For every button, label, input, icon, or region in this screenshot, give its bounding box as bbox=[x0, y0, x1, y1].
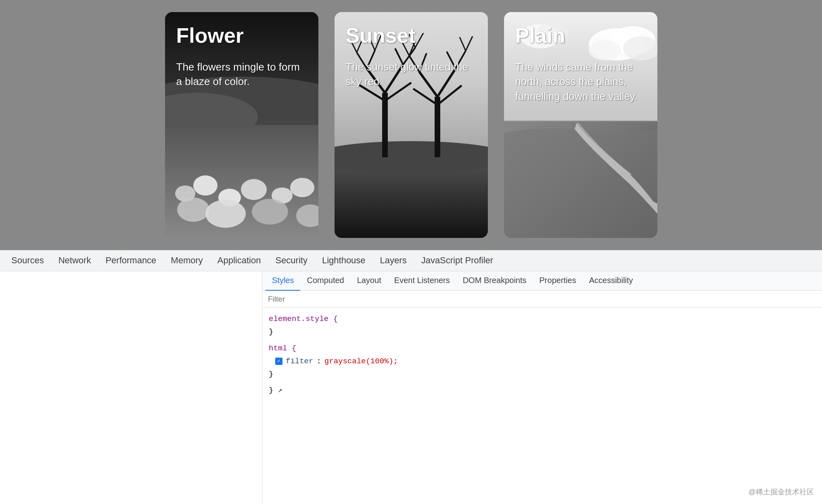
sunset-card-text: Sunset The sunset glow tinted the sky re… bbox=[335, 12, 488, 100]
devtools-sub-tabs: Styles Computed Layout Event Listeners D… bbox=[262, 271, 822, 291]
css-element-style-selector: element.style { bbox=[269, 312, 816, 325]
devtools-dom-panel bbox=[0, 271, 262, 504]
plain-card: Plain The winds came from the north, acr… bbox=[504, 12, 657, 238]
svg-point-5 bbox=[193, 175, 218, 196]
css-selector-text: element.style { bbox=[269, 314, 338, 323]
css-rules: element.style { } html { filter : bbox=[262, 308, 822, 402]
svg-rect-17 bbox=[382, 93, 388, 157]
css-cursor-line: } ↗ bbox=[269, 384, 816, 397]
watermark: @稀土掘金技术社区 bbox=[749, 487, 814, 497]
svg-point-16 bbox=[335, 141, 488, 173]
filter-bar bbox=[262, 291, 822, 308]
svg-point-7 bbox=[241, 179, 267, 200]
tab-performance[interactable]: Performance bbox=[98, 250, 163, 271]
flower-card: Flower The flowers mingle to form a blaz… bbox=[165, 12, 318, 238]
css-prop-value: grayscale(100%); bbox=[324, 355, 398, 368]
svg-point-11 bbox=[205, 200, 246, 228]
tab-layers[interactable]: Layers bbox=[373, 250, 414, 271]
sunset-title: Sunset bbox=[346, 23, 477, 48]
cursor-indicator: ↗ bbox=[278, 386, 282, 394]
tab-lighthouse[interactable]: Lighthouse bbox=[315, 250, 373, 271]
tab-js-profiler[interactable]: JavaScript Profiler bbox=[414, 250, 501, 271]
plain-desc: The winds came from the north, across th… bbox=[515, 60, 646, 104]
subtab-computed[interactable]: Computed bbox=[300, 271, 350, 291]
flower-card-text: Flower The flowers mingle to form a blaz… bbox=[165, 12, 318, 100]
devtools-body: Styles Computed Layout Event Listeners D… bbox=[0, 271, 822, 504]
plain-card-text: Plain The winds came from the north, acr… bbox=[504, 12, 657, 115]
css-element-style-block: element.style { } bbox=[269, 312, 816, 339]
css-html-close: } bbox=[269, 368, 816, 381]
subtab-event-listeners[interactable]: Event Listeners bbox=[388, 271, 456, 291]
css-html-selector: html { bbox=[269, 342, 816, 355]
sunset-card: Sunset The sunset glow tinted the sky re… bbox=[335, 12, 488, 238]
tab-memory[interactable]: Memory bbox=[163, 250, 210, 271]
devtools-panel: Sources Network Performance Memory Appli… bbox=[0, 250, 822, 504]
css-html-block: html { filter : grayscale(100%); } bbox=[269, 342, 816, 381]
filter-input[interactable] bbox=[268, 295, 816, 304]
tab-security[interactable]: Security bbox=[268, 250, 314, 271]
tab-application[interactable]: Application bbox=[210, 250, 268, 271]
svg-rect-32 bbox=[435, 97, 440, 157]
css-prop-checkbox[interactable] bbox=[275, 358, 282, 365]
flower-desc: The flowers mingle to form a blaze of co… bbox=[176, 60, 307, 89]
subtab-dom-breakpoints[interactable]: DOM Breakpoints bbox=[456, 271, 533, 291]
svg-point-9 bbox=[290, 178, 314, 197]
css-prop-name: filter bbox=[286, 355, 313, 368]
flower-title: Flower bbox=[176, 23, 307, 48]
sunset-desc: The sunset glow tinted the sky red. bbox=[346, 60, 477, 89]
svg-point-12 bbox=[252, 199, 288, 225]
css-html-selector-text: html { bbox=[269, 344, 296, 353]
subtab-layout[interactable]: Layout bbox=[351, 271, 388, 291]
subtab-styles[interactable]: Styles bbox=[266, 271, 300, 291]
devtools-styles-panel: Styles Computed Layout Event Listeners D… bbox=[262, 271, 822, 504]
svg-point-10 bbox=[177, 198, 209, 222]
subtab-properties[interactable]: Properties bbox=[533, 271, 583, 291]
devtools-top-tabs: Sources Network Performance Memory Appli… bbox=[0, 250, 822, 271]
tab-sources[interactable]: Sources bbox=[4, 250, 51, 271]
main-content: Flower The flowers mingle to form a blaz… bbox=[0, 0, 822, 250]
plain-title: Plain bbox=[515, 23, 646, 48]
css-filter-row: filter : grayscale(100%); bbox=[269, 355, 816, 368]
tab-network[interactable]: Network bbox=[51, 250, 98, 271]
subtab-accessibility[interactable]: Accessibility bbox=[583, 271, 640, 291]
css-element-style-close: } bbox=[269, 325, 816, 338]
